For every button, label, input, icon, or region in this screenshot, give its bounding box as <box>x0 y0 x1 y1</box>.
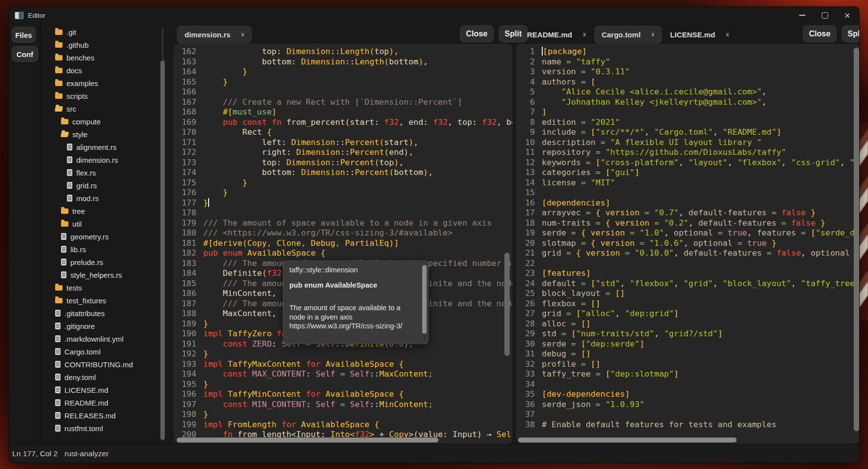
sidebar-files-button[interactable]: Files <box>11 27 36 43</box>
tooltip-url[interactable]: https://www.w3.org/TR/css-sizing-3/ <box>289 322 416 331</box>
code-line-172[interactable]: 172 right: Dimension::Percent(end), <box>174 147 512 158</box>
right-split-button[interactable]: Split <box>841 25 860 43</box>
code-line-182[interactable]: 182pub enum AvailableSpace { <box>174 248 512 259</box>
code-line-12[interactable]: 12keywords = ["cross-platform", "layout"… <box>516 158 860 168</box>
tree-item-tests[interactable]: tests <box>40 281 172 294</box>
code-line-16[interactable]: 16[dependencies] <box>516 198 860 208</box>
code-line-25[interactable]: 25block_layout = [] <box>516 289 860 299</box>
code-line-33[interactable]: 33taffy_tree = ["dep:slotmap"] <box>516 369 860 380</box>
code-line-3[interactable]: 3version = "0.3.11" <box>516 67 860 77</box>
tab-close-icon[interactable]: x <box>583 31 586 38</box>
code-line-34[interactable]: 34 <box>516 380 860 390</box>
titlebar[interactable]: Editor ✕ <box>9 7 859 24</box>
tree-item-README.md[interactable]: README.md <box>40 396 172 409</box>
tree-item-mod.rs[interactable]: mod.rs <box>40 192 172 205</box>
tree-item-alignment.rs[interactable]: alignment.rs <box>40 141 172 153</box>
code-line-170[interactable]: 170 Rect { <box>174 127 512 138</box>
code-line-8[interactable]: 8edition = "2021" <box>516 117 860 128</box>
tree-item-benches[interactable]: benches <box>40 51 172 64</box>
tree-item-flex.rs[interactable]: flex.rs <box>40 166 172 179</box>
code-line-21[interactable]: 21grid = { version = "0.10.0", default-f… <box>516 248 860 259</box>
code-line-14[interactable]: 14license = "MIT" <box>516 178 860 188</box>
tree-item-.git[interactable]: .git <box>40 26 172 38</box>
tree-item-.gitattributes[interactable]: .gitattributes <box>40 307 172 320</box>
tree-item-lib.rs[interactable]: lib.rs <box>40 243 172 256</box>
code-line-174[interactable]: 174 bottom: Dimension::Percent(bottom), <box>174 168 512 178</box>
code-line-30[interactable]: 30serde = ["dep:serde"] <box>516 339 860 350</box>
code-line-11[interactable]: 11repository = "https://github.com/Dioxu… <box>516 147 860 158</box>
code-line-15[interactable]: 15 <box>516 188 860 198</box>
code-line-36[interactable]: 36serde_json = "1.0.93" <box>516 400 860 410</box>
tab-close-icon[interactable]: x <box>726 31 729 38</box>
tree-item-LICENSE.md[interactable]: LICENSE.md <box>40 383 172 396</box>
code-line-192[interactable]: 192} <box>174 349 512 359</box>
tree-item-dimension.rs[interactable]: dimension.rs <box>40 153 172 166</box>
code-line-13[interactable]: 13categories = ["gui"] <box>516 168 860 178</box>
code-line-20[interactable]: 20slotmap = { version = "1.0.6", optiona… <box>516 238 860 249</box>
code-line-5[interactable]: 5 "Alice Cecile <alice.i.cecile@gmail.co… <box>516 87 860 97</box>
tree-item-style[interactable]: style <box>40 128 172 141</box>
code-line-6[interactable]: 6 "Johnathan Kelley <jkelleyrtp@gmail.co… <box>516 97 860 108</box>
tree-item-compute[interactable]: compute <box>40 115 172 128</box>
code-line-165[interactable]: 165 } <box>174 77 512 88</box>
code-line-18[interactable]: 18num-traits = { version = "0.2", defaul… <box>516 218 860 229</box>
right-horizontal-scrollbar[interactable] <box>518 438 737 442</box>
code-line-7[interactable]: 7] <box>516 107 860 117</box>
code-line-179[interactable]: 179/// The amount of space available to … <box>174 218 512 229</box>
code-line-164[interactable]: 164 } <box>174 67 512 77</box>
tree-item-test_fixtures[interactable]: test_fixtures <box>40 294 172 307</box>
code-line-193[interactable]: 193impl TaffyMaxContent for AvailableSpa… <box>174 359 512 370</box>
code-line-35[interactable]: 35[dev-dependencies] <box>516 389 860 400</box>
code-line-10[interactable]: 10description = "A flexible UI layout li… <box>516 138 860 148</box>
code-line-194[interactable]: 194 const MAX_CONTENT: Self = Self::MaxC… <box>174 369 512 380</box>
code-line-9[interactable]: 9include = ["src/**/*", "Cargo.toml", "R… <box>516 127 860 138</box>
code-line-29[interactable]: 29std = ["num-traits/std", "grid?/std"] <box>516 329 860 339</box>
code-line-166[interactable]: 166 <box>174 87 512 97</box>
right-tab-LICENSE.md[interactable]: LICENSE.mdx <box>662 26 737 44</box>
tree-item-Cargo.toml[interactable]: Cargo.toml <box>40 345 172 358</box>
tree-item-scripts[interactable]: scripts <box>40 89 172 102</box>
code-line-167[interactable]: 167 /// Create a new Rect with [`Dimensi… <box>174 97 512 108</box>
code-line-22[interactable]: 22 <box>516 259 860 269</box>
code-line-181[interactable]: 181#[derive(Copy, Clone, Debug, PartialE… <box>174 238 512 249</box>
code-line-27[interactable]: 27grid = ["alloc", "dep:grid"] <box>516 309 860 319</box>
tree-item-docs[interactable]: docs <box>40 64 172 77</box>
code-line-37[interactable]: 37 <box>516 410 860 420</box>
right-vertical-scrollbar[interactable] <box>854 48 859 431</box>
center-editor[interactable]: 162 top: Dimension::Length(top),163 bott… <box>174 44 512 444</box>
code-line-32[interactable]: 32profile = [] <box>516 359 860 370</box>
code-line-169[interactable]: 169 pub const fn from_percent(start: f32… <box>174 117 512 128</box>
tree-item-src[interactable]: src <box>40 102 172 115</box>
code-line-38[interactable]: 38# Enable default features for tests an… <box>516 420 860 430</box>
code-line-176[interactable]: 176 } <box>174 188 512 198</box>
tree-item-tree[interactable]: tree <box>40 205 172 217</box>
tree-item-examples[interactable]: examples <box>40 77 172 89</box>
code-line-196[interactable]: 196impl TaffyMinContent for AvailableSpa… <box>174 389 512 400</box>
tree-item-rustfmt.toml[interactable]: rustfmt.toml <box>40 422 172 435</box>
code-line-28[interactable]: 28alloc = [] <box>516 319 860 329</box>
code-line-162[interactable]: 162 top: Dimension::Length(top), <box>174 47 512 57</box>
tree-item-prelude.rs[interactable]: prelude.rs <box>40 256 172 268</box>
code-line-173[interactable]: 173 top: Dimension::Percent(top), <box>174 158 512 168</box>
code-line-26[interactable]: 26flexbox = [] <box>516 299 860 309</box>
center-tab-dimension.rs[interactable]: dimension.rsx <box>177 26 252 44</box>
close-button[interactable]: ✕ <box>842 10 852 20</box>
code-line-4[interactable]: 4authors = [ <box>516 77 860 88</box>
code-line-175[interactable]: 175 } <box>174 178 512 188</box>
code-line-23[interactable]: 23[features] <box>516 268 860 279</box>
code-line-180[interactable]: 180/// <https://www.w3.org/TR/css-sizing… <box>174 228 512 238</box>
tree-item-deny.toml[interactable]: deny.toml <box>40 371 172 383</box>
tab-close-icon[interactable]: x <box>241 31 244 38</box>
center-horizontal-scrollbar[interactable] <box>177 438 438 442</box>
tree-item-CONTRIBUTING.md[interactable]: CONTRIBUTING.md <box>40 358 172 371</box>
code-line-24[interactable]: 24default = ["std", "flexbox", "grid", "… <box>516 279 860 289</box>
tree-item-geometry.rs[interactable]: geometry.rs <box>40 230 172 243</box>
tree-item-.markdownlint.yml[interactable]: .markdownlint.yml <box>40 332 172 345</box>
center-close-button[interactable]: Close <box>460 25 494 43</box>
code-line-195[interactable]: 195} <box>174 380 512 390</box>
tree-item-util[interactable]: util <box>40 217 172 230</box>
tab-close-icon[interactable]: x <box>651 31 654 38</box>
tree-item-grid.rs[interactable]: grid.rs <box>40 179 172 192</box>
code-line-199[interactable]: 199impl FromLength for AvailableSpace { <box>174 420 512 430</box>
tree-item-RELEASES.md[interactable]: RELEASES.md <box>40 409 172 422</box>
